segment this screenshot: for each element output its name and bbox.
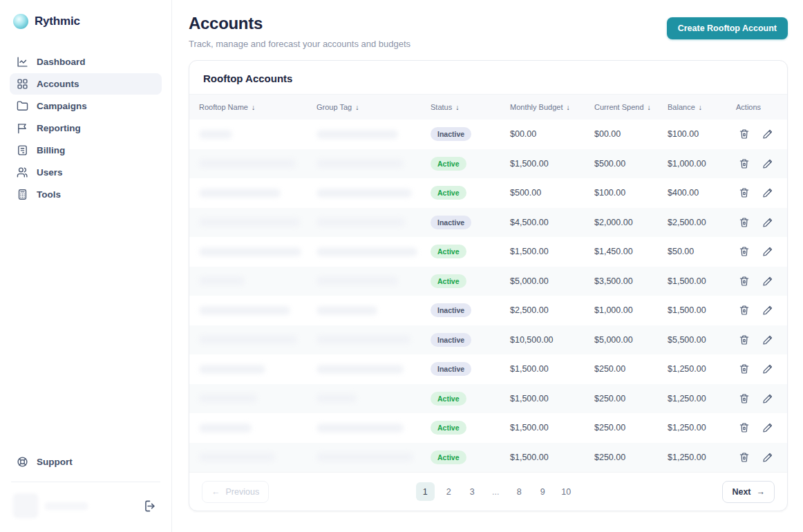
status-cell: Inactive: [431, 333, 510, 347]
sort-down-icon: ↓: [355, 103, 359, 111]
sidebar: Rythmic Dashboard Accounts Campaigns Rep…: [0, 0, 172, 532]
calculator-icon: [17, 189, 28, 200]
edit-button[interactable]: [762, 246, 773, 257]
group-tag-cell: [317, 130, 431, 139]
edit-button[interactable]: [762, 422, 773, 433]
page-1-button-active[interactable]: 1: [416, 482, 435, 501]
balance-cell: $1,500.00: [668, 276, 736, 286]
sidebar-item-label: Dashboard: [37, 57, 86, 67]
rooftop-name-redacted: [199, 335, 297, 344]
monthly-budget-cell: $00.00: [510, 129, 594, 139]
column-header-group-tag[interactable]: Group Tag ↓: [317, 103, 431, 111]
delete-button[interactable]: [739, 452, 750, 463]
rooftop-name-cell: [199, 306, 317, 315]
delete-button[interactable]: [739, 158, 750, 169]
sort-down-icon: ↓: [455, 103, 459, 111]
actions-cell: [736, 158, 777, 169]
delete-button[interactable]: [739, 187, 750, 198]
actions-cell: [736, 363, 777, 374]
edit-button[interactable]: [762, 129, 773, 140]
sort-down-icon: ↓: [648, 103, 651, 111]
monthly-budget-cell: $1,500.00: [510, 159, 594, 169]
logout-button[interactable]: [142, 498, 158, 514]
balance-cell: $1,000.00: [668, 159, 736, 169]
page-8-button[interactable]: 8: [510, 482, 529, 501]
delete-button[interactable]: [739, 276, 750, 287]
trash-icon: [739, 246, 750, 257]
page-2-button[interactable]: 2: [440, 482, 458, 501]
edit-button[interactable]: [762, 305, 773, 316]
column-header-balance[interactable]: Balance ↓: [668, 103, 736, 111]
page-3-button[interactable]: 3: [463, 482, 482, 501]
trash-icon: [739, 363, 750, 374]
edit-button[interactable]: [762, 276, 773, 287]
sidebar-item-tools[interactable]: Tools: [10, 184, 162, 205]
delete-button[interactable]: [739, 393, 750, 404]
delete-button[interactable]: [739, 422, 750, 433]
edit-button[interactable]: [762, 393, 773, 404]
page-10-button[interactable]: 10: [557, 482, 576, 501]
avatar: [13, 493, 38, 518]
monthly-budget-cell: $10,500.00: [510, 335, 594, 345]
column-label: Actions: [736, 103, 761, 111]
column-label: Rooftop Name: [199, 103, 248, 111]
balance-cell: $5,500.00: [668, 335, 736, 345]
status-badge: Inactive: [431, 127, 471, 141]
edit-button[interactable]: [762, 334, 773, 345]
pencil-icon: [762, 246, 773, 257]
sidebar-item-support[interactable]: Support: [10, 451, 162, 473]
sidebar-item-users[interactable]: Users: [10, 162, 162, 183]
actions-cell: [736, 276, 777, 287]
edit-button[interactable]: [762, 452, 773, 463]
rooftop-accounts-card: Rooftop Accounts Rooftop Name ↓ Group Ta…: [189, 60, 788, 511]
previous-button[interactable]: ← Previous: [202, 481, 269, 503]
balance-cell: $1,250.00: [668, 394, 736, 403]
trash-icon: [739, 422, 750, 433]
group-tag-redacted: [317, 189, 412, 198]
group-tag-redacted: [317, 335, 410, 344]
delete-button[interactable]: [739, 246, 750, 257]
sidebar-item-accounts[interactable]: Accounts: [10, 73, 162, 95]
group-tag-redacted: [317, 306, 377, 315]
actions-cell: [736, 393, 777, 404]
sidebar-item-reporting[interactable]: Reporting: [10, 117, 162, 139]
chart-line-icon: [17, 56, 28, 68]
group-tag-cell: [317, 159, 431, 168]
group-tag-cell: [317, 218, 431, 227]
delete-button[interactable]: [739, 363, 750, 374]
sidebar-item-billing[interactable]: Billing: [10, 140, 162, 161]
delete-button[interactable]: [739, 129, 750, 140]
edit-button[interactable]: [762, 158, 773, 169]
column-header-status[interactable]: Status ↓: [431, 103, 510, 111]
actions-cell: [736, 217, 777, 228]
status-cell: Inactive: [431, 127, 510, 141]
sidebar-item-campaigns[interactable]: Campaigns: [10, 95, 162, 117]
delete-button[interactable]: [739, 305, 750, 316]
table-row: Inactive $2,500.00 $1,000.00 $1,500.00: [189, 296, 787, 325]
next-button[interactable]: Next →: [722, 481, 775, 503]
monthly-budget-cell: $1,500.00: [510, 423, 594, 433]
column-header-rooftop-name[interactable]: Rooftop Name ↓: [199, 103, 317, 111]
pencil-icon: [762, 187, 773, 198]
pencil-icon: [762, 305, 773, 316]
table-row: Inactive $4,500.00 $2,000.00 $2,500.00: [189, 208, 787, 238]
edit-button[interactable]: [762, 363, 773, 374]
sidebar-item-dashboard[interactable]: Dashboard: [10, 51, 162, 73]
column-header-current-spend[interactable]: Current Spend ↓: [594, 103, 668, 111]
delete-button[interactable]: [739, 217, 750, 228]
rooftop-name-redacted: [199, 130, 232, 139]
brand-name: Rythmic: [35, 15, 80, 28]
group-tag-cell: [317, 276, 431, 285]
rooftop-name-redacted: [199, 218, 300, 227]
group-tag-cell: [317, 394, 431, 403]
trash-icon: [739, 158, 750, 169]
edit-button[interactable]: [762, 187, 773, 198]
column-header-monthly-budget[interactable]: Monthly Budget ↓: [510, 103, 594, 111]
actions-cell: [736, 246, 777, 257]
current-spend-cell: $3,500.00: [594, 276, 668, 286]
edit-button[interactable]: [762, 217, 773, 228]
page-9-button[interactable]: 9: [533, 482, 552, 501]
create-rooftop-account-button[interactable]: Create Rooftop Account: [667, 17, 788, 39]
status-badge: Inactive: [431, 333, 471, 347]
delete-button[interactable]: [739, 334, 750, 345]
